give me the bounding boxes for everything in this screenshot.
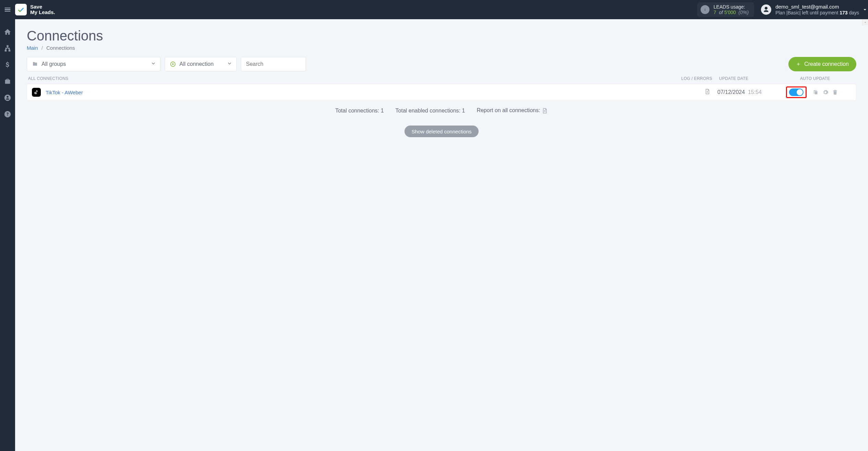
account-text: demo_sml_test@gmail.com Plan |Basic| lef… [775, 4, 859, 16]
total-value: 1 [381, 108, 384, 114]
sidebar-item-help[interactable] [4, 110, 11, 118]
info-icon [701, 5, 709, 14]
scrollbar-up[interactable] [862, 19, 868, 25]
trash-icon [832, 89, 838, 95]
col-auto: AUTO UPDATE [788, 76, 853, 81]
plan-days-word: days [848, 10, 859, 15]
folder-icon [32, 61, 38, 67]
menu-toggle[interactable] [0, 0, 15, 19]
gear-icon [822, 89, 829, 95]
document-icon [704, 88, 711, 95]
leads-usage-total: 5'000 [724, 10, 736, 15]
brand-line1: Save [30, 4, 55, 10]
report-label: Report on all connections: [477, 107, 541, 113]
breadcrumb-sep: / [39, 45, 45, 51]
status-select[interactable]: All connection [165, 57, 237, 71]
page-title: Connections [27, 28, 856, 44]
check-icon [17, 6, 25, 13]
table-row: TikTok - AWeber 07/12/2024 15:54 [27, 84, 856, 101]
auto-update-toggle[interactable] [789, 88, 804, 96]
table-header: ALL CONNECTIONS LOG / ERRORS UPDATE DATE… [27, 76, 856, 84]
col-log: LOG / ERRORS [675, 76, 719, 81]
topbar: Save My Leads. LEADS usage: 7 of 5'000 (… [0, 0, 868, 19]
enabled-label: Total enabled connections: [396, 108, 462, 114]
groups-select-label: All groups [42, 61, 66, 67]
leads-usage-label: LEADS usage: [714, 4, 749, 10]
toggle-knob [797, 89, 803, 95]
account-email: demo_sml_test@gmail.com [775, 4, 859, 10]
report-button[interactable] [542, 107, 548, 115]
sidebar-item-tools[interactable] [4, 78, 11, 85]
copy-button[interactable] [813, 89, 819, 95]
update-date-value: 07/12/2024 [717, 89, 745, 95]
play-circle-icon [170, 61, 176, 67]
svg-rect-0 [7, 46, 8, 47]
leads-usage-used: 7 [714, 10, 716, 15]
leads-usage-widget[interactable]: LEADS usage: 7 of 5'000 (0%) [697, 2, 754, 17]
tiktok-icon [32, 88, 41, 97]
report-all: Report on all connections: [477, 107, 548, 115]
breadcrumb-current: Connections [46, 45, 75, 51]
sidebar-item-connections[interactable] [4, 45, 11, 52]
chevron-up-icon [864, 21, 867, 24]
home-icon [4, 28, 11, 36]
search-input[interactable] [241, 57, 306, 71]
plan-days: 173 [840, 10, 847, 15]
avatar [761, 4, 771, 15]
sidebar-item-account[interactable] [4, 94, 11, 102]
copy-icon [813, 89, 819, 95]
main-content: Connections Main / Connections All group… [15, 19, 868, 451]
brand-logo[interactable]: Save My Leads. [15, 4, 55, 15]
connection-name-link[interactable]: TikTok - AWeber [46, 90, 83, 95]
plan-name: Basic [788, 10, 799, 15]
delete-button[interactable] [832, 89, 838, 95]
hamburger-icon [4, 6, 11, 13]
status-select-label: All connection [179, 61, 214, 67]
user-circle-icon [4, 94, 11, 102]
sitemap-icon [4, 45, 11, 52]
create-connection-label: Create connection [804, 61, 849, 67]
chevron-down-icon [151, 61, 156, 68]
show-deleted-button[interactable]: Show deleted connections [404, 126, 478, 137]
total-label: Total connections: [335, 108, 381, 114]
dollar-icon [4, 61, 11, 69]
sidebar-item-billing[interactable] [4, 61, 11, 69]
update-date: 07/12/2024 15:54 [717, 89, 786, 95]
row-actions [813, 89, 838, 95]
total-connections: Total connections: 1 [335, 108, 384, 114]
update-time-value: 15:54 [748, 89, 762, 95]
account-menu[interactable]: demo_sml_test@gmail.com Plan |Basic| lef… [761, 4, 859, 16]
plan-prefix: Plan | [775, 10, 788, 15]
filters-row: All groups All connection Create connect… [27, 57, 856, 71]
brand-line2: My Leads. [30, 10, 55, 15]
settings-button[interactable] [822, 89, 829, 95]
leads-usage-text: LEADS usage: 7 of 5'000 (0%) [714, 4, 749, 15]
user-icon [763, 6, 770, 13]
briefcase-icon [4, 78, 11, 85]
sidebar [0, 19, 15, 451]
auto-update-highlight [786, 86, 807, 98]
create-connection-button[interactable]: Create connection [788, 57, 856, 71]
svg-rect-1 [5, 50, 7, 51]
breadcrumb-home[interactable]: Main [27, 45, 38, 51]
leads-usage-of: of [719, 10, 723, 15]
search-box [241, 57, 306, 71]
sidebar-item-home[interactable] [4, 28, 11, 36]
logo-mark [15, 4, 27, 15]
leads-usage-pct: (0%) [739, 10, 749, 15]
plan-mid: | left until payment [799, 10, 840, 15]
topbar-chevron [861, 0, 868, 19]
enabled-value: 1 [462, 108, 465, 114]
brand-text: Save My Leads. [30, 4, 55, 15]
enabled-connections: Total enabled connections: 1 [396, 108, 465, 114]
help-icon [4, 110, 11, 118]
col-name: ALL CONNECTIONS [28, 76, 675, 81]
chevron-down-icon [227, 61, 232, 68]
summary-row: Total connections: 1 Total enabled conne… [27, 107, 856, 115]
document-icon [542, 107, 548, 115]
svg-rect-2 [9, 50, 10, 51]
plus-icon [796, 62, 801, 67]
col-date: UPDATE DATE [719, 76, 788, 81]
groups-select[interactable]: All groups [27, 57, 161, 71]
log-button[interactable] [704, 88, 711, 97]
